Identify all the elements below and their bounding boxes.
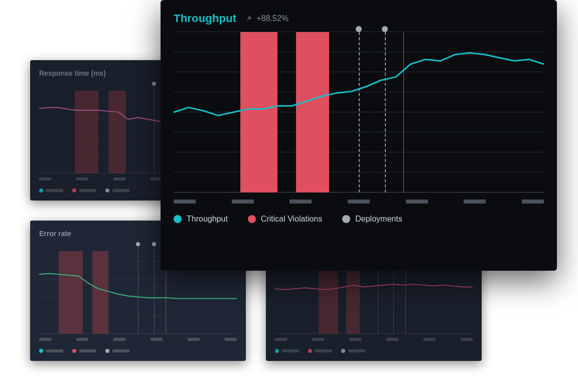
dot-icon bbox=[39, 349, 43, 353]
big-plot[interactable] bbox=[174, 32, 544, 192]
legend-item-series bbox=[275, 349, 299, 353]
dot-icon bbox=[72, 188, 76, 192]
mini-legend bbox=[275, 349, 473, 353]
dot-icon bbox=[174, 215, 182, 223]
title-row: Throughput +88.52% bbox=[174, 12, 544, 25]
dot-icon bbox=[341, 349, 345, 353]
legend-item-violations bbox=[308, 349, 332, 353]
legend-item-throughput[interactable]: Throughput bbox=[174, 215, 228, 224]
dashboard-stage: Response time (ms) Error rate Throughput bbox=[0, 0, 578, 392]
dot-icon bbox=[39, 188, 43, 192]
chart-title: Throughput bbox=[174, 12, 236, 25]
legend-item-deployments[interactable]: Deployments bbox=[342, 215, 402, 224]
dot-icon bbox=[248, 215, 256, 223]
legend-placeholder bbox=[348, 349, 365, 352]
dot-icon bbox=[105, 188, 109, 192]
legend: Throughput Critical Violations Deploymen… bbox=[174, 215, 544, 224]
legend-placeholder bbox=[46, 349, 63, 352]
dot-icon bbox=[308, 349, 312, 353]
legend-item-violations[interactable]: Critical Violations bbox=[248, 215, 322, 224]
arrow-up-right-icon bbox=[245, 15, 252, 22]
delta-value: +88.52% bbox=[256, 14, 288, 23]
legend-label: Critical Violations bbox=[261, 215, 322, 224]
legend-placeholder bbox=[46, 189, 63, 192]
legend-item-deployments bbox=[105, 349, 129, 353]
legend-label: Throughput bbox=[187, 215, 228, 224]
legend-item-deployments bbox=[341, 349, 365, 353]
mini-legend bbox=[39, 349, 237, 353]
dot-icon bbox=[275, 349, 279, 353]
legend-placeholder bbox=[282, 349, 299, 352]
dot-icon bbox=[105, 349, 109, 353]
legend-placeholder bbox=[112, 349, 129, 352]
legend-placeholder bbox=[79, 349, 96, 352]
legend-placeholder bbox=[112, 189, 129, 192]
dot-icon bbox=[72, 349, 76, 353]
card-throughput: Throughput +88.52% Throughput Critical V… bbox=[161, 0, 557, 271]
legend-item-deployments bbox=[105, 188, 129, 192]
legend-item-series bbox=[39, 349, 63, 353]
dot-icon bbox=[342, 215, 350, 223]
legend-placeholder bbox=[79, 189, 96, 192]
x-ticks bbox=[174, 200, 544, 204]
delta-badge: +88.52% bbox=[245, 14, 288, 23]
legend-item-series bbox=[39, 188, 63, 192]
legend-item-violations bbox=[72, 349, 96, 353]
legend-label: Deployments bbox=[355, 215, 402, 224]
legend-item-violations bbox=[72, 188, 96, 192]
legend-placeholder bbox=[315, 349, 332, 352]
